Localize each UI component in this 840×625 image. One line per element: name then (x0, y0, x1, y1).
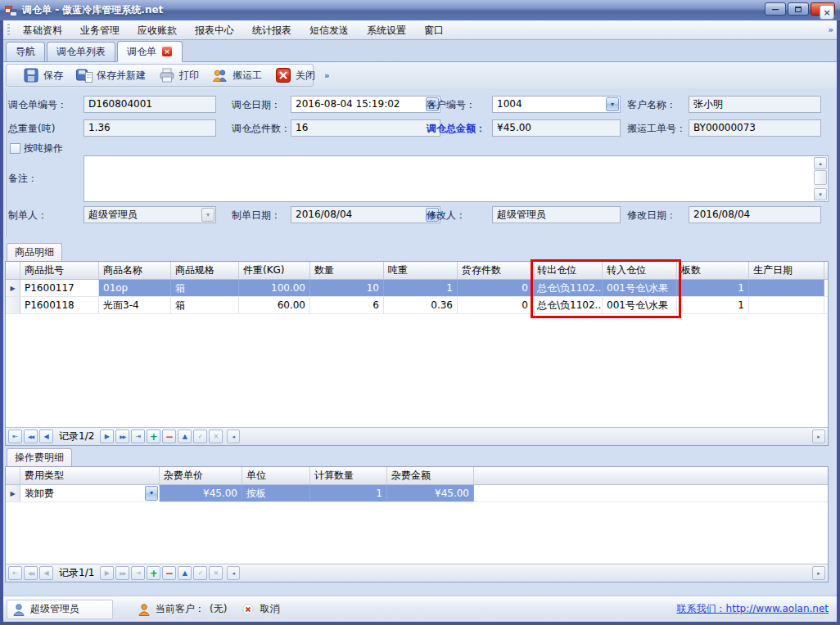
tab-goods-detail[interactable]: 商品明细 (7, 243, 62, 261)
tab-fee-detail[interactable]: 操作费明细 (7, 448, 72, 466)
toolbar-overflow-icon[interactable]: » (322, 71, 332, 80)
transfer-date-combo[interactable]: 2016-08-04 15:19:02▾ (291, 96, 440, 113)
cell-to-location[interactable]: 001号仓\水果 (603, 297, 677, 313)
edit-row-button[interactable]: ▲ (178, 429, 192, 443)
prev-page-button[interactable]: ◀◀ (24, 566, 38, 580)
tabstrip-close-button[interactable]: × (820, 5, 834, 20)
cell-from-location[interactable]: 总仓\负1102... (533, 297, 603, 313)
cell-fee-type-combo[interactable]: 装卸费▾ (20, 485, 160, 501)
scroll-thumb[interactable] (814, 170, 827, 185)
cell-tonnage[interactable]: 1 (384, 280, 458, 296)
menu-overflow-icon[interactable]: » (829, 25, 833, 34)
commit-edit-button[interactable]: ✓ (193, 566, 207, 580)
maximize-button[interactable] (788, 2, 809, 16)
cell-unit-weight[interactable]: 100.00 (239, 280, 310, 296)
next-record-button[interactable]: ▶ (100, 566, 114, 580)
tab-transfer-order[interactable]: 调仓单 × (117, 41, 183, 62)
menu-item-statistics[interactable]: 统计报表 (243, 21, 300, 39)
column-header[interactable]: 数量 (310, 262, 384, 279)
table-row[interactable]: ▶ P1600117 01op 箱 100.00 10 1 0 总仓\负1102… (6, 280, 828, 297)
scrollbar-track[interactable] (240, 566, 812, 580)
table-row[interactable]: P1600118 光面3-4 箱 60.00 6 0.36 0 总仓\负1102… (6, 297, 828, 314)
cell-spec[interactable]: 箱 (171, 280, 239, 296)
delete-row-button[interactable]: − (162, 429, 176, 443)
scroll-up-icon[interactable]: ▴ (814, 157, 827, 169)
commit-edit-button[interactable]: ✓ (193, 429, 207, 443)
tab-close-icon[interactable]: × (161, 46, 173, 57)
total-weight-field[interactable]: 1.36 (84, 119, 216, 137)
total-pieces-field[interactable]: 16 (291, 119, 440, 137)
goods-horizontal-scrollbar[interactable]: ◂ ▸ (227, 429, 825, 443)
next-record-button[interactable]: ▶ (100, 429, 114, 443)
last-record-button[interactable]: ⇥ (131, 566, 145, 580)
column-header[interactable]: 杂费单价 (160, 467, 242, 484)
menu-item-receivables[interactable]: 应收账款 (129, 21, 186, 39)
contact-link[interactable]: 联系我们：http://www.aolan.net (677, 602, 829, 616)
cell-pallets[interactable]: 1 (677, 280, 749, 296)
scroll-left-icon[interactable]: ◂ (227, 566, 240, 580)
column-header[interactable]: 转入仓位 (603, 262, 677, 279)
cell-tonnage[interactable]: 0.36 (384, 297, 458, 313)
column-header[interactable]: 货存件数 (458, 262, 533, 279)
edit-row-button[interactable]: ▲ (178, 566, 192, 580)
cell-batch-no[interactable]: P1600117 (20, 280, 99, 296)
last-record-button[interactable]: ⇥ (131, 429, 145, 443)
modify-date-field[interactable]: 2016/08/04 (689, 206, 821, 223)
cell-qty[interactable]: 6 (310, 297, 384, 313)
fee-horizontal-scrollbar[interactable]: ◂ ▸ (227, 566, 825, 580)
next-page-button[interactable]: ▶▶ (115, 566, 129, 580)
creator-combo[interactable]: 超级管理员▾ (84, 206, 216, 223)
cell-production-date[interactable] (749, 280, 824, 296)
cell-spec[interactable]: 箱 (171, 297, 239, 313)
porter-button[interactable]: 搬运工 (205, 65, 269, 85)
table-row[interactable]: ▶ 装卸费▾ ¥45.00 按板 1 ¥45.00 (6, 485, 828, 502)
menu-item-sms[interactable]: 短信发送 (300, 21, 358, 39)
porter-no-field[interactable]: BY00000073 (689, 119, 821, 137)
scrollbar-track[interactable] (240, 429, 812, 443)
by-ton-checkbox[interactable] (10, 143, 20, 154)
prev-page-button[interactable]: ◀◀ (24, 429, 38, 443)
cell-stock-qty[interactable]: 0 (458, 297, 533, 313)
cell-fee-calc-qty[interactable]: 1 (310, 485, 387, 501)
cell-goods-name[interactable]: 01op (99, 280, 171, 296)
order-no-field[interactable]: D160804001 (84, 96, 216, 113)
tab-navigation[interactable]: 导航 (6, 42, 45, 61)
remark-scrollbar[interactable]: ▴ ▾ (814, 157, 827, 200)
cell-goods-name[interactable]: 光面3-4 (99, 297, 171, 313)
column-header[interactable]: 费用类型 (20, 467, 160, 484)
column-header[interactable]: 板数 (677, 262, 749, 279)
total-amount-field[interactable]: ¥45.00 (492, 119, 621, 137)
delete-row-button[interactable]: − (162, 566, 176, 580)
menu-item-business[interactable]: 业务管理 (71, 21, 129, 39)
column-header[interactable]: 杂费金额 (387, 467, 474, 484)
cell-unit-weight[interactable]: 60.00 (239, 297, 310, 313)
minimize-button[interactable]: — (765, 2, 786, 16)
chevron-down-icon[interactable]: ▾ (606, 97, 619, 111)
menu-item-report-center[interactable]: 报表中心 (186, 21, 243, 39)
save-button[interactable]: 保存 (16, 65, 70, 85)
chevron-down-icon[interactable]: ▾ (145, 486, 158, 501)
cell-qty[interactable]: 10 (310, 280, 384, 296)
append-row-button[interactable]: + (147, 566, 160, 580)
next-page-button[interactable]: ▶▶ (115, 429, 129, 443)
cell-production-date[interactable] (749, 297, 824, 313)
menu-item-base-data[interactable]: 基础资料 (14, 21, 71, 39)
scroll-right-icon[interactable]: ▸ (812, 566, 825, 580)
cell-stock-qty[interactable]: 0 (458, 280, 533, 296)
remark-textarea[interactable]: ▴ ▾ (84, 155, 829, 202)
cancel-icon[interactable] (242, 603, 255, 616)
tab-transfer-list[interactable]: 调仓单列表 (47, 42, 115, 61)
menu-item-settings[interactable]: 系统设置 (358, 21, 415, 39)
cell-batch-no[interactable]: P1600118 (20, 297, 99, 313)
cancel-edit-button[interactable]: × (209, 429, 223, 443)
create-date-combo[interactable]: 2016/08/04▾ (291, 206, 440, 223)
cell-fee-unit-price[interactable]: ¥45.00 (160, 485, 242, 501)
save-and-new-button[interactable]: 保存并新建 (70, 65, 152, 85)
column-header[interactable]: 件重(KG) (239, 262, 310, 279)
scroll-down-icon[interactable]: ▾ (814, 188, 827, 200)
column-header[interactable]: 生产日期 (749, 262, 824, 279)
print-button[interactable]: 打印 (152, 65, 205, 85)
first-record-button[interactable]: ⇤ (8, 429, 22, 443)
customer-no-combo[interactable]: 1004▾ (492, 96, 621, 113)
cancel-customer-label[interactable]: 取消 (260, 602, 279, 616)
